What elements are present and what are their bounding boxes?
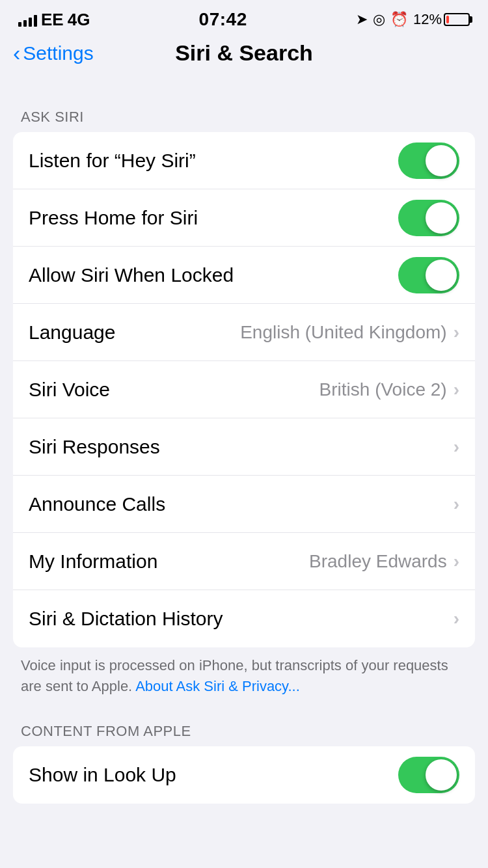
siri-responses-chevron-icon: › [454, 437, 459, 457]
network-type-label: 4G [68, 10, 90, 30]
signal-bars [18, 12, 37, 27]
carrier-label: EE [41, 10, 64, 30]
nav-bar: ‹ Settings Siri & Search [0, 35, 488, 76]
ask-siri-footer: Voice input is processed on iPhone, but … [0, 647, 488, 710]
battery-percent-label: 12% [413, 11, 442, 28]
siri-voice-row[interactable]: Siri Voice British (Voice 2) › [13, 361, 475, 418]
language-right: English (United Kingdom) › [240, 322, 459, 343]
siri-dictation-history-row[interactable]: Siri & Dictation History › [13, 590, 475, 647]
show-in-look-up-toggle-knob [426, 759, 457, 791]
siri-responses-right: › [454, 437, 459, 457]
language-row[interactable]: Language English (United Kingdom) › [13, 304, 475, 361]
my-information-row[interactable]: My Information Bradley Edwards › [13, 533, 475, 590]
show-in-look-up-toggle[interactable] [398, 757, 459, 793]
show-in-look-up-row[interactable]: Show in Look Up [13, 746, 475, 804]
allow-locked-row[interactable]: Allow Siri When Locked [13, 247, 475, 304]
content-from-apple-header: CONTENT FROM APPLE [0, 710, 488, 746]
status-time: 07:42 [199, 9, 247, 30]
allow-locked-toggle-knob [426, 260, 457, 291]
siri-dictation-history-chevron-icon: › [454, 608, 459, 629]
status-bar: EE 4G 07:42 ➤ ◎ ⏰ 12% [0, 0, 488, 35]
show-in-look-up-label: Show in Look Up [29, 764, 176, 786]
alarm-icon: ⏰ [390, 11, 408, 28]
siri-dictation-history-right: › [454, 608, 459, 629]
back-button[interactable]: ‹ Settings [13, 42, 94, 64]
my-information-right: Bradley Edwards › [309, 551, 459, 572]
back-label[interactable]: Settings [23, 42, 93, 64]
content-from-apple-card: Show in Look Up [13, 746, 475, 804]
announce-calls-label: Announce Calls [29, 493, 165, 515]
announce-calls-right: › [454, 494, 459, 515]
press-home-row[interactable]: Press Home for Siri [13, 189, 475, 247]
my-information-value: Bradley Edwards [309, 551, 447, 572]
press-home-toggle[interactable] [398, 200, 459, 236]
siri-responses-row[interactable]: Siri Responses › [13, 418, 475, 476]
siri-responses-label: Siri Responses [29, 436, 160, 458]
ask-siri-privacy-link[interactable]: About Ask Siri & Privacy... [135, 678, 300, 694]
language-label: Language [29, 321, 115, 344]
language-chevron-icon: › [454, 322, 459, 343]
circle-icon: ◎ [373, 11, 385, 28]
my-information-label: My Information [29, 550, 157, 573]
press-home-label: Press Home for Siri [29, 207, 198, 229]
status-left: EE 4G [18, 10, 90, 30]
content-from-apple-section: CONTENT FROM APPLE Show in Look Up [0, 710, 488, 804]
back-arrow-icon: ‹ [13, 42, 20, 64]
announce-calls-chevron-icon: › [454, 494, 459, 515]
siri-dictation-history-label: Siri & Dictation History [29, 608, 223, 630]
hey-siri-label: Listen for “Hey Siri” [29, 150, 196, 172]
status-right: ➤ ◎ ⏰ 12% [356, 11, 470, 28]
hey-siri-toggle[interactable] [398, 142, 459, 179]
battery-fill [446, 16, 449, 23]
ask-siri-header: ASK SIRI [0, 96, 488, 132]
allow-locked-toggle[interactable] [398, 257, 459, 293]
hey-siri-row[interactable]: Listen for “Hey Siri” [13, 132, 475, 189]
press-home-toggle-knob [426, 202, 457, 234]
siri-voice-value: British (Voice 2) [319, 379, 447, 400]
my-information-chevron-icon: › [454, 551, 459, 572]
siri-voice-right: British (Voice 2) › [319, 379, 459, 400]
announce-calls-row[interactable]: Announce Calls › [13, 476, 475, 533]
allow-locked-label: Allow Siri When Locked [29, 264, 234, 286]
page-title: Siri & Search [175, 40, 313, 66]
battery-icon [444, 13, 470, 26]
ask-siri-card: Listen for “Hey Siri” Press Home for Sir… [13, 132, 475, 647]
battery-indicator: 12% [413, 11, 470, 28]
language-value: English (United Kingdom) [240, 322, 447, 343]
ask-siri-section: ASK SIRI Listen for “Hey Siri” Press Hom… [0, 96, 488, 710]
location-icon: ➤ [356, 11, 368, 28]
siri-voice-label: Siri Voice [29, 379, 110, 401]
siri-voice-chevron-icon: › [454, 379, 459, 400]
hey-siri-toggle-knob [426, 145, 457, 176]
